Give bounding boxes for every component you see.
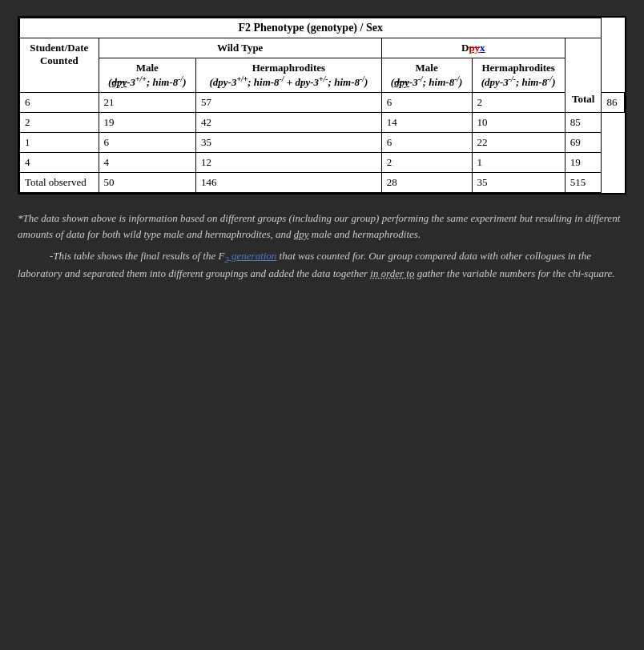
total-observed-label: Total observed bbox=[20, 173, 99, 193]
dpy-herm-header: Hermaphrodites (dpy-3-/-; him-8-/) bbox=[472, 58, 565, 93]
wt-herm-cell: 12 bbox=[196, 153, 382, 173]
footnote-1: *The data shown above is information bas… bbox=[18, 211, 626, 242]
title-row: F2 Phenotype (genotype) / Sex bbox=[20, 18, 625, 38]
total-cell: 85 bbox=[565, 113, 602, 133]
page-container: F2 Phenotype (genotype) / Sex Student/Da… bbox=[18, 16, 626, 285]
table-row: 2 19 42 14 10 85 bbox=[20, 113, 625, 133]
table-row: 4 4 12 2 1 19 bbox=[20, 153, 625, 173]
total-cell: 69 bbox=[565, 133, 602, 153]
dpy-male-cell: 14 bbox=[381, 113, 472, 133]
dpy-strikethrough: py bbox=[469, 42, 480, 54]
wild-type-header: Wild Type bbox=[99, 38, 381, 58]
dpy-herm-cell: 1 bbox=[472, 153, 565, 173]
student-cell: 4 bbox=[20, 153, 99, 173]
dpy-herm-cell: 10 bbox=[472, 113, 565, 133]
total-wt-herm: 146 bbox=[196, 173, 382, 193]
wt-male-header: Male (dpy-3+/+; him-8-/) bbox=[99, 58, 195, 93]
total-cell: 86 bbox=[602, 93, 625, 113]
total-cell: 19 bbox=[565, 153, 602, 173]
dpy-male-cell: 6 bbox=[381, 133, 472, 153]
student-date-header: Student/DateCounted bbox=[20, 38, 99, 93]
total-wt-male: 50 bbox=[99, 173, 195, 193]
dpy-male-cell: 6 bbox=[381, 93, 472, 113]
student-cell: 6 bbox=[20, 93, 99, 113]
f2-generation-link: 2 generation bbox=[224, 250, 276, 262]
table-wrapper: F2 Phenotype (genotype) / Sex Student/Da… bbox=[18, 16, 626, 195]
total-dpy-male: 28 bbox=[381, 173, 472, 193]
dpy-male-cell: 2 bbox=[381, 153, 472, 173]
data-table: F2 Phenotype (genotype) / Sex Student/Da… bbox=[19, 18, 625, 193]
dpy-word: dpy bbox=[294, 228, 309, 240]
total-row: Total observed 50 146 28 35 515 bbox=[20, 173, 625, 193]
dpy-header: Dpyx bbox=[381, 38, 565, 58]
dpy-underline: x bbox=[480, 42, 485, 54]
table-row: 6 21 57 6 2 86 bbox=[20, 93, 625, 113]
wt-male-cell: 19 bbox=[99, 113, 195, 133]
total-header: Total bbox=[565, 38, 602, 113]
wt-herm-cell: 42 bbox=[196, 113, 382, 133]
section-header-row: Student/DateCounted Wild Type Dpyx Total bbox=[20, 38, 625, 58]
order-underline: in order to bbox=[370, 267, 414, 279]
wt-herm-cell: 57 bbox=[196, 93, 382, 113]
wt-male-cell: 6 bbox=[99, 133, 195, 153]
wt-herm-header: Hermaphrodites (dpy-3+/+; him-8-/ + dpy-… bbox=[196, 58, 382, 93]
wt-male-cell: 21 bbox=[99, 93, 195, 113]
footnote-2: -This table shows the final results of t… bbox=[18, 248, 626, 281]
wt-male-cell: 4 bbox=[99, 153, 195, 173]
dpy-herm-cell: 2 bbox=[472, 93, 565, 113]
student-cell: 2 bbox=[20, 113, 99, 133]
genotype-header-row: Male (dpy-3+/+; him-8-/) Hermaphrodites … bbox=[20, 58, 625, 93]
table-row: 1 6 35 6 22 69 bbox=[20, 133, 625, 153]
wt-herm-cell: 35 bbox=[196, 133, 382, 153]
dpy-male-header: Male (dpy-3-/; him-8-/) bbox=[381, 58, 472, 93]
footnote-block: *The data shown above is information bas… bbox=[18, 207, 626, 284]
total-all: 515 bbox=[565, 173, 602, 193]
dpy-herm-cell: 22 bbox=[472, 133, 565, 153]
table-title: F2 Phenotype (genotype) / Sex bbox=[20, 18, 602, 38]
student-cell: 1 bbox=[20, 133, 99, 153]
total-dpy-herm: 35 bbox=[472, 173, 565, 193]
